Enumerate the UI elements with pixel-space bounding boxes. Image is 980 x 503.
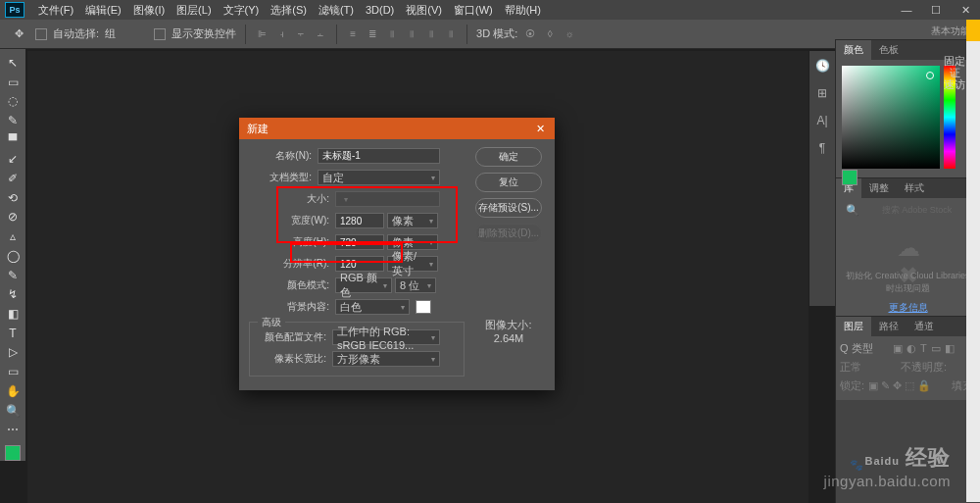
height-unit-dropdown[interactable]: 像素 (387, 234, 438, 250)
show-controls-checkbox[interactable] (154, 28, 166, 40)
tool-eyedropper[interactable]: ↙ (2, 150, 24, 170)
resolution-unit-dropdown[interactable]: 像素/英寸 (387, 256, 438, 272)
color-field[interactable] (842, 66, 940, 169)
tab-layers[interactable]: 图层 (836, 317, 871, 336)
preset-dropdown[interactable]: 自定 (318, 170, 440, 185)
bit-depth-dropdown[interactable]: 8 位 (395, 277, 436, 293)
menu-filter[interactable]: 滤镜(T) (313, 3, 360, 18)
color-mode-dropdown[interactable]: RGB 颜色 (335, 277, 392, 293)
current-color-swatch[interactable] (842, 170, 858, 185)
menu-type[interactable]: 文字(Y) (218, 3, 266, 18)
filter-pixel-icon[interactable]: ▣ (893, 342, 903, 355)
background-dropdown[interactable]: 白色 (335, 299, 410, 315)
tool-more[interactable]: ⋯ (2, 420, 24, 439)
menu-edit[interactable]: 编辑(E) (79, 3, 127, 18)
blend-mode-dropdown[interactable]: 正常 (840, 360, 897, 375)
size-dropdown[interactable] (335, 191, 440, 207)
height-input[interactable] (335, 234, 384, 250)
layer-filter-kind[interactable]: Q 类型 (840, 341, 889, 356)
tool-lasso[interactable]: ◌ (2, 91, 24, 111)
align-icon[interactable]: ⫞ (274, 26, 288, 42)
width-input[interactable] (335, 213, 384, 228)
resolution-input[interactable] (335, 256, 384, 272)
paragraph-icon[interactable]: ¶ (812, 139, 832, 157)
distribute-icon[interactable]: ⦀ (405, 26, 418, 42)
tool-hand[interactable]: ✋ (2, 381, 24, 401)
library-more-link[interactable]: 更多信息 (889, 301, 928, 315)
tool-stamp[interactable]: ⊘ (2, 208, 24, 227)
tool-zoom[interactable]: 🔍 (2, 401, 24, 421)
menu-3d[interactable]: 3D(D) (360, 4, 400, 16)
menu-view[interactable]: 视图(V) (400, 3, 448, 18)
auto-select-dropdown[interactable]: 组 (105, 26, 148, 41)
tool-eraser[interactable]: ◯ (2, 246, 24, 266)
close-window-button[interactable]: ✕ (951, 0, 980, 20)
paw-icon: 🐾 (850, 459, 864, 472)
properties-icon[interactable]: ⊞ (812, 84, 832, 102)
os-tab-icon (966, 20, 980, 41)
foreground-swatch[interactable] (5, 445, 21, 461)
tab-paths[interactable]: 路径 (871, 317, 906, 336)
tab-channels[interactable]: 通道 (906, 317, 942, 336)
tool-history[interactable]: ▵ (2, 226, 24, 246)
tab-color[interactable]: 颜色 (836, 40, 871, 60)
menu-image[interactable]: 图像(I) (127, 3, 171, 18)
aspect-dropdown[interactable]: 方形像素 (332, 351, 440, 367)
threeD-icon[interactable]: ☼ (563, 26, 576, 42)
name-input[interactable] (318, 148, 440, 164)
tool-dodge[interactable]: ◧ (2, 304, 24, 324)
maximize-button[interactable]: ☐ (921, 0, 951, 20)
tool-crop[interactable]: ▀ (2, 130, 24, 150)
align-icon[interactable]: ⫠ (314, 26, 327, 42)
tool-shape[interactable]: ▭ (2, 362, 24, 381)
tool-heal[interactable]: ✐ (2, 169, 24, 188)
threeD-icon[interactable]: ⦿ (523, 26, 537, 42)
minimize-button[interactable]: — (892, 0, 921, 20)
cancel-button[interactable]: 复位 (475, 173, 542, 192)
save-preset-button[interactable]: 存储预设(S)... (475, 198, 542, 218)
tab-styles[interactable]: 样式 (897, 178, 932, 198)
threeD-icon[interactable]: ◊ (543, 26, 557, 42)
tool-type[interactable]: T (2, 324, 24, 343)
bg-swatch[interactable] (416, 300, 431, 314)
library-search-placeholder[interactable]: 搜索 Adobe Stock (863, 204, 970, 217)
delete-preset-button: 删除预设(D)... (475, 224, 542, 243)
watermark: 🐾Baidu经验 jingyan.baidu.com (824, 436, 951, 489)
panel-icon-strip: 🕓 ⊞ A| ¶ (809, 51, 835, 306)
menu-help[interactable]: 帮助(H) (499, 3, 547, 18)
filter-adjust-icon[interactable]: ◐ (906, 342, 916, 355)
distribute-icon[interactable]: ≣ (366, 26, 379, 42)
tool-path[interactable]: ▷ (2, 343, 24, 363)
history-icon[interactable]: 🕓 (812, 57, 832, 75)
distribute-icon[interactable]: ≡ (346, 26, 360, 42)
dialog-close-button[interactable]: ✕ (533, 123, 547, 135)
distribute-icon[interactable]: ⦀ (385, 26, 399, 42)
filter-shape-icon[interactable]: ▭ (931, 342, 941, 355)
window-controls: — ☐ ✕ (892, 0, 980, 20)
profile-dropdown[interactable]: 工作中的 RGB: sRGB IEC619... (332, 329, 440, 345)
menu-select[interactable]: 选择(S) (265, 3, 313, 18)
filter-type-icon[interactable]: T (920, 342, 927, 355)
menu-file[interactable]: 文件(F) (32, 3, 79, 18)
width-unit-dropdown[interactable]: 像素 (387, 213, 438, 228)
lock-label: 锁定: (840, 378, 864, 393)
tool-brush[interactable]: ⟲ (2, 188, 24, 208)
align-icon[interactable]: ⫟ (294, 26, 308, 42)
distribute-icon[interactable]: ⦀ (424, 26, 438, 42)
tool-marquee[interactable]: ▭ (2, 73, 24, 92)
auto-select-checkbox[interactable] (35, 28, 47, 40)
filter-smart-icon[interactable]: ◧ (945, 342, 955, 355)
lock-icons[interactable]: ▣ ✎ ✥ ⬚ 🔒 (868, 379, 931, 392)
character-icon[interactable]: A| (812, 112, 832, 129)
tool-move[interactable]: ↖ (2, 53, 24, 73)
ok-button[interactable]: 确定 (475, 147, 542, 167)
menu-layer[interactable]: 图层(L) (171, 3, 217, 18)
align-icon[interactable]: ⊫ (255, 26, 269, 42)
tool-blur[interactable]: ↯ (2, 284, 24, 304)
menu-window[interactable]: 窗口(W) (448, 3, 499, 18)
tab-adjustments[interactable]: 调整 (861, 178, 897, 198)
tab-swatches[interactable]: 色板 (871, 40, 906, 60)
distribute-icon[interactable]: ⦀ (444, 26, 458, 42)
tool-wand[interactable]: ✎ (2, 111, 24, 130)
tool-gradient[interactable]: ✎ (2, 266, 24, 285)
